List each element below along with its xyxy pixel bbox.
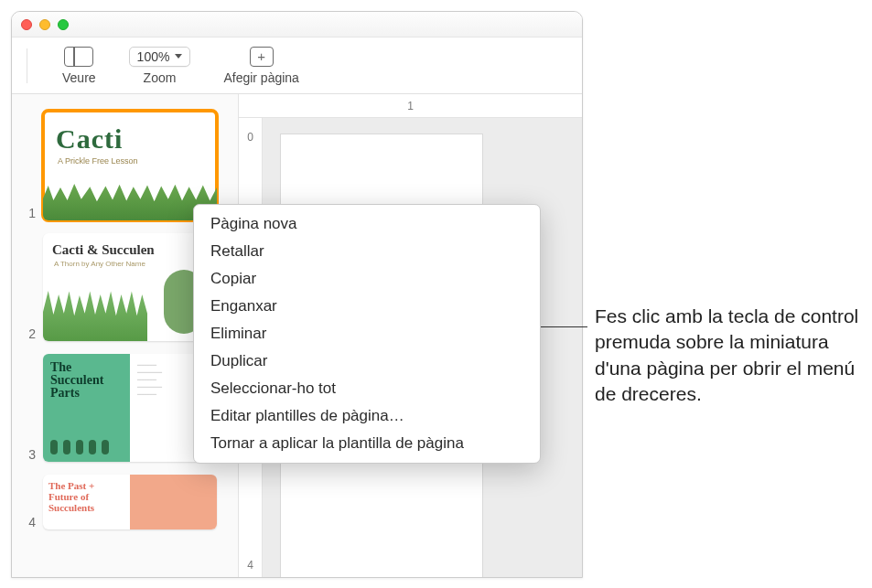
menu-item-duplicate[interactable]: Duplicar bbox=[194, 347, 540, 375]
menu-item-copy[interactable]: Copiar bbox=[194, 265, 540, 293]
thumbnail-title: Cacti bbox=[43, 111, 217, 155]
toolbar: Veure 100% Zoom + Afegir pàgina bbox=[12, 37, 582, 94]
minimize-window-button[interactable] bbox=[39, 19, 50, 30]
thumbnail-number: 2 bbox=[23, 326, 36, 341]
thumbnail-subtitle: A Thorn by Any Other Name bbox=[43, 258, 217, 268]
thumbnail-number: 1 bbox=[23, 206, 36, 220]
page-thumbnail-2[interactable]: Cacti & Succulen A Thorn by Any Other Na… bbox=[43, 233, 217, 341]
menu-item-select-all[interactable]: Seleccionar-ho tot bbox=[194, 375, 540, 402]
add-page-label: Afegir pàgina bbox=[223, 70, 299, 85]
ruler-tick: 1 bbox=[407, 100, 414, 112]
zoom-dropdown[interactable]: 100% bbox=[129, 47, 191, 67]
add-page-toolbar-item[interactable]: + Afegir pàgina bbox=[223, 47, 299, 85]
page-thumbnail-3[interactable]: The Succulent Parts ━━━━━━━━━━━━━━━━━━━━… bbox=[43, 354, 217, 462]
zoom-toolbar-item[interactable]: 100% Zoom bbox=[129, 47, 191, 85]
ruler-tick: 0 bbox=[247, 131, 253, 144]
thumbnail-subtitle: A Prickle Free Lesson bbox=[43, 155, 217, 166]
context-menu: Pàgina nova Retallar Copiar Enganxar Eli… bbox=[193, 204, 541, 464]
plus-icon: + bbox=[250, 47, 274, 67]
titlebar bbox=[12, 12, 582, 37]
fullscreen-window-button[interactable] bbox=[58, 19, 69, 30]
thumbnail-title: The Succulent Parts bbox=[50, 361, 123, 400]
menu-item-reapply-page-template[interactable]: Tornar a aplicar la plantilla de pàgina bbox=[194, 430, 540, 457]
toolbar-separator bbox=[27, 48, 27, 83]
page-thumbnail-1[interactable]: Cacti A Prickle Free Lesson bbox=[43, 111, 217, 220]
close-window-button[interactable] bbox=[21, 19, 32, 30]
grass-graphic bbox=[43, 288, 147, 341]
view-sidebar-icon bbox=[64, 47, 93, 67]
menu-item-edit-page-templates[interactable]: Editar plantilles de pàgina… bbox=[194, 402, 540, 430]
app-window: Veure 100% Zoom + Afegir pàgina 1 Cacti … bbox=[11, 11, 583, 578]
zoom-label: Zoom bbox=[144, 70, 177, 85]
cacti-row-graphic bbox=[50, 440, 123, 454]
menu-item-delete[interactable]: Eliminar bbox=[194, 320, 540, 347]
thumbnail-right-panel bbox=[130, 475, 217, 529]
menu-item-paste[interactable]: Enganxar bbox=[194, 293, 540, 320]
thumbnail-number: 3 bbox=[23, 447, 36, 462]
thumbnail-left-panel: The Succulent Parts bbox=[43, 354, 130, 462]
cactus-graphic bbox=[43, 184, 217, 220]
thumbnail-row: 4 The Past + Future of Succulents bbox=[23, 475, 227, 529]
thumbnail-left-panel: The Past + Future of Succulents bbox=[43, 475, 130, 529]
menu-item-new-page[interactable]: Pàgina nova bbox=[194, 210, 540, 238]
zoom-value: 100% bbox=[137, 49, 170, 64]
thumbnail-title: The Past + Future of Succulents bbox=[48, 480, 124, 513]
thumbnail-title: Cacti & Succulen bbox=[43, 233, 217, 258]
menu-item-cut[interactable]: Retallar bbox=[194, 238, 540, 265]
horizontal-ruler: 1 bbox=[239, 94, 582, 118]
view-label: Veure bbox=[62, 70, 96, 85]
callout-text: Fes clic amb la tecla de control premuda… bbox=[595, 304, 860, 407]
page-thumbnail-4[interactable]: The Past + Future of Succulents bbox=[43, 475, 217, 529]
ruler-tick: 4 bbox=[247, 559, 253, 572]
chevron-down-icon bbox=[175, 54, 182, 59]
thumbnail-number: 4 bbox=[23, 515, 36, 529]
view-toolbar-item[interactable]: Veure bbox=[62, 47, 96, 85]
